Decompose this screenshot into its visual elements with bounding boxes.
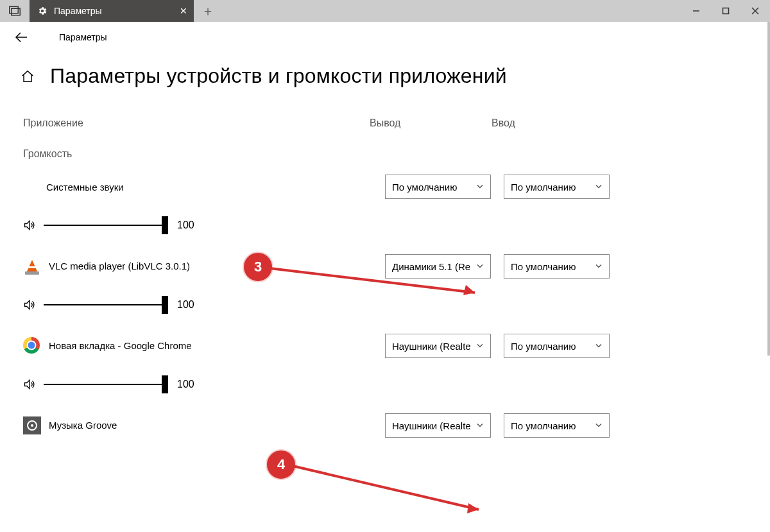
speaker-icon[interactable] [23,378,36,391]
select-text: По умолчанию [511,182,603,193]
select-text: Наушники (Realte [392,420,484,431]
window-titlebar: Параметры ✕ ＋ [0,0,770,22]
slider-system-sounds: 100 [23,219,770,232]
volume-value: 100 [177,299,194,311]
window-close-button[interactable] [740,0,770,22]
slider-thumb[interactable] [162,375,168,393]
subheader: Параметры [0,22,770,53]
select-groove-input[interactable]: По умолчанию [504,413,610,438]
chevron-down-icon [595,420,603,431]
home-icon[interactable] [21,69,35,83]
speaker-icon[interactable] [23,219,36,232]
page-title-row: Параметры устройств и громкости приложен… [0,64,770,88]
annotation-number: 4 [277,456,285,473]
select-chrome-input[interactable]: По умолчанию [504,334,610,358]
scrollbar-thumb[interactable] [767,22,770,356]
chevron-down-icon [595,341,603,352]
new-tab-button[interactable]: ＋ [194,0,222,22]
row-system-sounds: Системные звуки По умолчанию По умолчани… [23,173,770,201]
speaker-icon[interactable] [23,298,36,311]
tab-close-icon[interactable]: ✕ [180,6,187,16]
volume-value: 100 [177,219,194,231]
breadcrumb: Параметры [59,32,107,42]
svg-line-7 [270,268,475,293]
svg-rect-3 [723,8,729,14]
window-controls [681,0,770,22]
select-vlc-input[interactable]: По умолчанию [504,254,610,279]
select-system-input[interactable]: По умолчанию [504,175,610,199]
column-header-output: Вывод [370,117,492,129]
page-title: Параметры устройств и громкости приложен… [50,64,507,88]
tab-title: Параметры [54,6,102,16]
label-vlc: VLC media player (LibVLC 3.0.1) [49,260,190,273]
svg-rect-0 [10,6,19,13]
row-chrome: Новая вкладка - Google Chrome Наушники (… [23,332,770,360]
select-chrome-output[interactable]: Наушники (Realte [385,334,491,358]
chevron-down-icon [476,420,484,431]
label-groove: Музыка Groove [49,419,117,432]
select-text: По умолчанию [511,261,603,272]
row-groove: Музыка Groove Наушники (Realte По умолча… [23,411,770,440]
label-system-sounds: Системные звуки [46,182,124,193]
chevron-down-icon [595,261,603,272]
chevron-down-icon [476,182,484,193]
column-headers: Приложение Вывод Ввод [23,117,770,129]
select-text: По умолчанию [511,341,603,352]
gear-icon [37,6,47,16]
window-minimize-button[interactable] [681,0,711,22]
volume-value: 100 [177,379,194,390]
volume-slider[interactable] [44,384,167,385]
window-maximize-button[interactable] [711,0,740,22]
annotation-bubble-3: 3 [244,253,272,281]
column-header-input: Ввод [492,117,515,129]
select-groove-output[interactable]: Наушники (Realte [385,413,491,438]
chrome-icon [23,337,41,355]
slider-chrome: 100 [23,378,770,391]
svg-rect-1 [12,8,21,15]
select-text: По умолчанию [511,420,603,431]
annotation-number: 3 [254,259,262,275]
annotation-arrow-4 [293,459,498,517]
column-header-app: Приложение [23,117,370,129]
svg-line-9 [293,466,479,510]
slider-thumb[interactable] [162,296,168,314]
chevron-down-icon [476,341,484,352]
vlc-icon [23,257,41,275]
select-text: По умолчанию [392,182,484,193]
slider-thumb[interactable] [162,216,168,234]
scrollbar[interactable] [767,22,770,532]
volume-slider[interactable] [44,304,167,305]
back-arrow-icon[interactable] [14,31,28,43]
subheading-volume: Громкость [23,148,770,160]
annotation-arrow-3 [270,262,494,307]
select-text: Наушники (Realte [392,341,484,352]
label-chrome: Новая вкладка - Google Chrome [49,339,192,352]
annotation-bubble-4: 4 [267,450,295,479]
select-system-output[interactable]: По умолчанию [385,175,491,199]
browser-tab-settings[interactable]: Параметры ✕ [30,0,194,22]
groove-icon [23,416,41,434]
chevron-down-icon [595,182,603,193]
taskview-icon[interactable] [0,0,30,22]
volume-slider[interactable] [44,225,167,226]
